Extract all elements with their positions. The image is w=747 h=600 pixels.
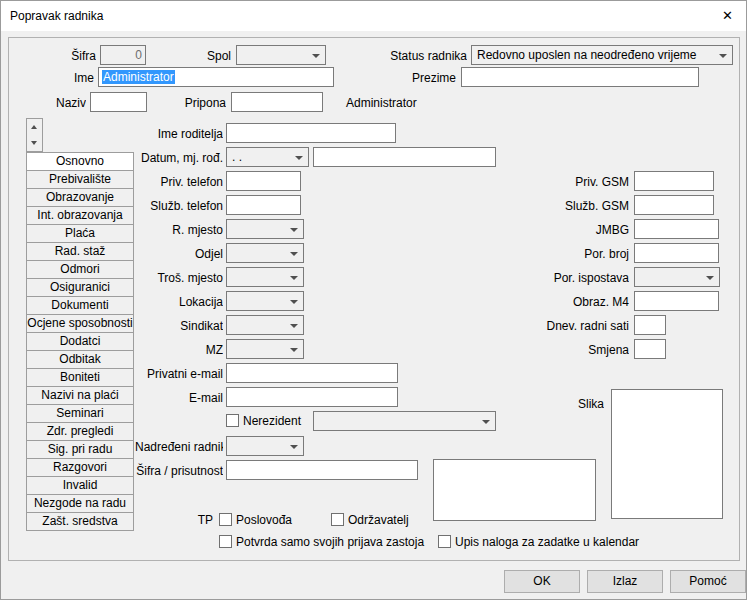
- ime-roditelja-label: Ime roditelja: [135, 126, 223, 142]
- slika-picture-box: [611, 389, 723, 519]
- naziv-field[interactable]: [90, 92, 147, 112]
- sidebar-tab[interactable]: Osiguranici: [26, 278, 134, 297]
- spol-select[interactable]: [236, 45, 326, 65]
- datum-mj-rod-label: Datum, mj. rođ.: [135, 150, 223, 166]
- chevron-down-icon: [290, 252, 298, 256]
- prisutnost-notes-box[interactable]: [433, 459, 596, 521]
- chevron-down-icon: [295, 156, 303, 160]
- jmbg-label: JMBG: [546, 222, 629, 238]
- sidebar-tab[interactable]: Odbitak: [26, 350, 134, 369]
- sifra-prisutnost-field[interactable]: [226, 460, 418, 480]
- por-ispostava-label: Por. ispostava: [546, 270, 629, 286]
- lokacija-label: Lokacija: [135, 294, 223, 310]
- scroll-down-icon[interactable]: [27, 135, 42, 151]
- close-icon[interactable]: ✕: [722, 8, 733, 23]
- lokacija-select[interactable]: [226, 291, 304, 311]
- chevron-down-icon: [290, 276, 298, 280]
- window-title: Popravak radnika: [10, 9, 103, 23]
- potvrda-zastoja-label: Potvrda samo svojih prijava zastoja: [236, 534, 424, 550]
- r-mjesto-select[interactable]: [226, 219, 304, 239]
- sidebar-tab[interactable]: Zašt. sredstva: [26, 512, 134, 531]
- odrzavatelj-checkbox[interactable]: [331, 513, 344, 526]
- sifra-prisutnost-label: Šifra / prisutnost: [135, 463, 223, 479]
- tros-mjesto-select[interactable]: [226, 267, 304, 287]
- dnev-radni-sati-label: Dnev. radni sati: [546, 318, 629, 334]
- sidebar-tab[interactable]: Dokumenti: [26, 296, 134, 315]
- chevron-down-icon: [290, 228, 298, 232]
- nerezident-checkbox[interactable]: [226, 414, 239, 427]
- priv-gsm-label: Priv. GSM: [546, 174, 629, 190]
- nadredeni-radnik-label: Nadređeni radnik: [135, 439, 223, 455]
- sidebar-tab[interactable]: Invalid: [26, 476, 134, 495]
- sluzb-gsm-field[interactable]: [634, 195, 714, 215]
- sindikat-select[interactable]: [226, 315, 304, 335]
- sidebar-tabs: OsnovnoPrebivališteObrazovanjeInt. obraz…: [26, 153, 134, 531]
- poslovoda-label: Poslovođa: [236, 512, 292, 528]
- priv-telefon-label: Priv. telefon: [135, 174, 223, 190]
- sidebar-tab[interactable]: Seminari: [26, 404, 134, 423]
- sidebar-tab[interactable]: Nazivi na plaći: [26, 386, 134, 405]
- pomoc-button[interactable]: Pomoć: [670, 570, 746, 593]
- sidebar-tab[interactable]: Rad. staž: [26, 242, 134, 261]
- datum-mj-rod-field[interactable]: [313, 147, 496, 167]
- mz-label: MZ: [135, 342, 223, 358]
- nadredeni-radnik-select[interactable]: [226, 436, 304, 456]
- obraz-m4-label: Obraz. M4: [546, 294, 629, 310]
- email-field[interactable]: [226, 387, 398, 407]
- mz-select[interactable]: [226, 339, 304, 359]
- chevron-down-icon: [290, 445, 298, 449]
- izlaz-button[interactable]: Izlaz: [587, 570, 663, 593]
- display-name: Administrator: [346, 95, 417, 111]
- status-radnika-select[interactable]: Redovno uposlen na neodređeno vrijeme: [471, 45, 733, 65]
- por-broj-field[interactable]: [634, 243, 719, 263]
- ime-label: Ime: [41, 70, 94, 86]
- sidebar-tab[interactable]: Boniteti: [26, 368, 134, 387]
- jmbg-field[interactable]: [634, 219, 719, 239]
- sidebar-tab[interactable]: Odmori: [26, 260, 134, 279]
- sidebar-tab[interactable]: Zdr. pregledi: [26, 422, 134, 441]
- ime-field[interactable]: Administrator: [98, 67, 334, 87]
- titlebar: Popravak radnika ✕: [1, 1, 746, 31]
- nerezident-label: Nerezident: [243, 413, 301, 429]
- ok-button[interactable]: OK: [504, 570, 580, 593]
- dnev-radni-sati-field[interactable]: [634, 315, 666, 335]
- obraz-m4-field[interactable]: [634, 291, 719, 311]
- scroll-up-icon[interactable]: [27, 119, 42, 135]
- smjena-field[interactable]: [634, 339, 666, 359]
- priv-telefon-field[interactable]: [226, 171, 301, 191]
- sidebar-tab[interactable]: Osnovno: [26, 152, 134, 171]
- privatni-email-field[interactable]: [226, 363, 398, 383]
- sidebar-tab[interactable]: Dodatci: [26, 332, 134, 351]
- smjena-label: Smjena: [546, 342, 629, 358]
- pripona-field[interactable]: [231, 92, 323, 112]
- sidebar-tab[interactable]: Sig. pri radu: [26, 440, 134, 459]
- odjel-label: Odjel: [135, 246, 223, 262]
- sidebar-tab[interactable]: Prebivalište: [26, 170, 134, 189]
- poslovoda-checkbox[interactable]: [219, 513, 232, 526]
- chevron-down-icon: [312, 54, 320, 58]
- ime-roditelja-field[interactable]: [226, 123, 396, 143]
- datum-mj-rod-select[interactable]: . .: [226, 147, 309, 167]
- tab-scroll-spinner: [26, 118, 43, 152]
- chevron-down-icon: [719, 54, 727, 58]
- upis-naloga-label: Upis naloga za zadatke u kalendar: [455, 534, 639, 550]
- sidebar-tab[interactable]: Int. obrazovanja: [26, 206, 134, 225]
- por-ispostava-select[interactable]: [634, 267, 720, 287]
- nerezident-select[interactable]: [313, 411, 496, 431]
- odjel-select[interactable]: [226, 243, 304, 263]
- upis-naloga-checkbox[interactable]: [438, 535, 451, 548]
- sidebar-tab[interactable]: Nezgode na radu: [26, 494, 134, 513]
- tros-mjesto-label: Troš. mjesto: [135, 270, 223, 286]
- potvrda-zastoja-checkbox[interactable]: [219, 535, 232, 548]
- prezime-field[interactable]: [461, 67, 699, 87]
- priv-gsm-field[interactable]: [634, 171, 714, 191]
- sluzb-telefon-field[interactable]: [226, 195, 301, 215]
- sidebar-tab[interactable]: Obrazovanje: [26, 188, 134, 207]
- sidebar-tab[interactable]: Plaća: [26, 224, 134, 243]
- chevron-down-icon: [290, 324, 298, 328]
- chevron-down-icon: [482, 420, 490, 424]
- sidebar-tab[interactable]: Ocjene sposobnosti: [26, 314, 134, 333]
- sidebar-tab[interactable]: Razgovori: [26, 458, 134, 477]
- naziv-label: Naziv: [29, 95, 86, 111]
- spol-label: Spol: [169, 48, 231, 64]
